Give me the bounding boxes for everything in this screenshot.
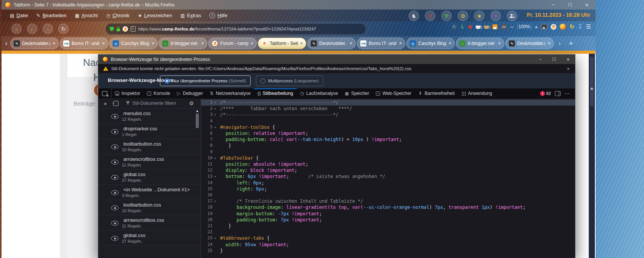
tab-close-icon[interactable]: ×	[251, 41, 253, 46]
split-console-icon[interactable]	[555, 91, 561, 96]
stylesheet-item[interactable]: toolbarbutton.css10 Regeln.	[98, 139, 201, 154]
devtools-tab-konsole[interactable]: ›Konsole	[144, 88, 173, 98]
browser-tab[interactable]: Tabform - Seit×	[258, 38, 306, 49]
menu-item-bearbeiten[interactable]: ✎Bearbeiten	[37, 13, 67, 18]
code-line[interactable]: 2▾/**** Tabbar nach unten verschoben ***…	[201, 106, 575, 112]
devtools-minimize-button[interactable]: −	[539, 57, 542, 62]
zoom-in-button[interactable]: +	[535, 24, 538, 30]
firefox-ball-icon[interactable]	[560, 24, 566, 30]
code-line[interactable]: 8 }	[201, 143, 575, 149]
visibility-eye-icon[interactable]	[111, 129, 118, 134]
visibility-eye-icon[interactable]	[111, 144, 118, 149]
devtools-tab-barrierefreiheit[interactable]: Barrierefreiheit	[415, 88, 458, 98]
code-line[interactable]: 15 right: 0px;	[201, 186, 575, 192]
fire-icon[interactable]	[551, 24, 556, 30]
code-line[interactable]: 9	[201, 149, 575, 155]
devtools-tab-web-speicher[interactable]: =Web-Speicher	[372, 88, 415, 98]
restart-icon[interactable]: ↺	[425, 11, 435, 21]
menu-item-extras[interactable]: ▥Extras	[181, 13, 201, 18]
visibility-eye-icon[interactable]	[111, 160, 118, 165]
visibility-eye-icon[interactable]	[111, 205, 118, 210]
css-code-editor[interactable]: 1▾/*------------------------------------…	[201, 98, 575, 258]
scrollbar-arrow-icon[interactable]	[590, 87, 593, 90]
lock-icon[interactable]	[117, 29, 120, 31]
code-line[interactable]: 10▾#TabsToolbar {	[201, 155, 575, 161]
tabs-scroll-right-button[interactable]: ›	[559, 40, 561, 46]
menu-item-lesezeichen[interactable]: ★Lesezeichen	[138, 13, 172, 18]
code-line[interactable]: 21 }	[201, 223, 575, 229]
code-line[interactable]: 16	[201, 192, 575, 198]
close-button[interactable]: ×	[583, 2, 590, 8]
code-line[interactable]: 5▾#navigator-toolbox {	[201, 124, 575, 130]
new-tab-button[interactable]: +	[569, 40, 573, 48]
code-line[interactable]: 23▾#tabbrowser-tabs {	[201, 235, 575, 241]
visibility-eye-icon[interactable]	[111, 114, 118, 119]
menu-item-hilfe[interactable]: ?Hilfe	[209, 13, 227, 18]
devtools-tab-speicher[interactable]: ▦Speicher	[341, 88, 372, 98]
hamburger-menu-icon[interactable]: ☰	[586, 23, 591, 30]
menu-item-ansicht[interactable]: ▦Ansicht	[75, 13, 98, 18]
code-line[interactable]: 1▾/*------------------------------------…	[201, 99, 575, 106]
devtools-tab-stilbearbeitung[interactable]: { }Stilbearbeitung	[254, 88, 296, 98]
reload-button[interactable]: ↻	[58, 24, 69, 34]
tab-close-icon[interactable]: ×	[449, 41, 451, 46]
tabs-scroll-left-button[interactable]: ‹	[5, 40, 7, 47]
sidebar-scrollbar[interactable]: ▲	[195, 109, 199, 258]
code-line[interactable]: 17▾ /* Trennlinie zwischen Inhalt und Ta…	[201, 198, 575, 204]
stylesheet-item[interactable]: dropmarker.css1 Regel.	[98, 124, 201, 139]
warning-close-icon[interactable]: ×	[567, 66, 570, 72]
tab-close-icon[interactable]: ×	[350, 41, 352, 46]
browser-tab[interactable]: ✎Deskmodder.d×	[10, 38, 59, 49]
mode-option-multiprozess[interactable]: Multiprozess (Langsamer)	[256, 75, 323, 86]
visibility-eye-icon[interactable]	[111, 221, 118, 226]
tab-close-icon[interactable]: ×	[201, 41, 204, 46]
code-line[interactable]: 14 left: 0px;	[201, 180, 575, 186]
stylesheet-item[interactable]: <in Webseite ...Dokument #1>3 Regeln.	[98, 185, 201, 200]
radio-icon[interactable]	[260, 79, 265, 83]
stylesheet-item[interactable]: arrowscrollbox.css11 Regeln.	[98, 154, 201, 170]
tab-close-icon[interactable]: ×	[399, 41, 402, 46]
devtools-tab-netzwerkanalyse[interactable]: ⇅Netzwerkanalyse	[206, 88, 254, 98]
visibility-eye-icon[interactable]	[111, 190, 118, 195]
devtools-tab-inspektor[interactable]: Inspektor	[112, 88, 144, 98]
filter-input[interactable]: Stil-Dokumente filtern	[133, 101, 176, 106]
tab-close-icon[interactable]: ×	[498, 41, 501, 46]
refresh-icon[interactable]: ↻	[569, 23, 574, 30]
wrench-icon[interactable]: ⚙	[458, 11, 468, 21]
ublock-badge-icon[interactable]: UO	[501, 24, 507, 30]
stylesheet-item[interactable]: toolbarbutton.css10 Regeln.	[98, 200, 201, 215]
code-line[interactable]: 3▾/*------------------------------------…	[201, 112, 575, 118]
puzzle-icon[interactable]: ✦	[491, 11, 501, 21]
url-text[interactable]: https://www.camp-firefox.de/forum/thema/…	[138, 27, 316, 31]
tab-close-icon[interactable]: ×	[548, 41, 550, 46]
stylesheet-item[interactable]: arrowscrollbox.css11 Regeln.	[98, 215, 201, 231]
reader-mode-icon[interactable]	[131, 26, 136, 32]
tab-close-icon[interactable]: ×	[53, 41, 55, 46]
devtools-tab-anwendung[interactable]: Anwendung	[458, 88, 495, 98]
stop-icon[interactable]: ⊗	[468, 24, 472, 30]
browser-tab[interactable]: ◎Caschys Blog (×	[406, 38, 455, 49]
browser-tab[interactable]: Forum - camp×	[208, 38, 257, 49]
browser-tab[interactable]: ✎Deskmodder.d×	[505, 38, 554, 49]
forward-button[interactable]: →	[43, 24, 53, 34]
tab-close-icon[interactable]: ×	[102, 41, 105, 46]
sidebar-scrollbar-thumb[interactable]	[196, 114, 199, 128]
menu-item-datei[interactable]: ▤Datei	[10, 13, 28, 18]
star-icon[interactable]: ★	[474, 11, 484, 21]
browser-tab[interactable]: ✎Deskmodder.×	[307, 38, 356, 49]
bookmark-star-icon[interactable]: ☆	[451, 23, 456, 30]
scroll-up-icon[interactable]: ▲	[195, 109, 199, 113]
gear-icon[interactable]: ⚙	[189, 100, 194, 106]
pick-element-button[interactable]	[98, 88, 112, 98]
code-line[interactable]: 18 background-image: linear-gradient(to …	[201, 204, 575, 210]
home-button[interactable]: ⌂	[11, 24, 22, 34]
stylesheet-item[interactable]: global.css27 Regeln.	[98, 170, 201, 185]
code-line[interactable]: 12 display: block !important;	[201, 167, 575, 173]
minimize-button[interactable]: −	[550, 2, 557, 8]
error-count-badge[interactable]: !82	[540, 91, 551, 96]
browser-tab[interactable]: GBBorns IT- und×	[60, 38, 108, 49]
maximize-button[interactable]: ☐	[567, 2, 574, 7]
page-scrollbar[interactable]	[589, 54, 595, 258]
browser-tab[interactable]: →it-blogger.net -×	[456, 38, 504, 49]
mode-option-nur-bergeordneter-prozess[interactable]: Nur übergeordneter Prozess (Schnell)	[160, 75, 251, 86]
